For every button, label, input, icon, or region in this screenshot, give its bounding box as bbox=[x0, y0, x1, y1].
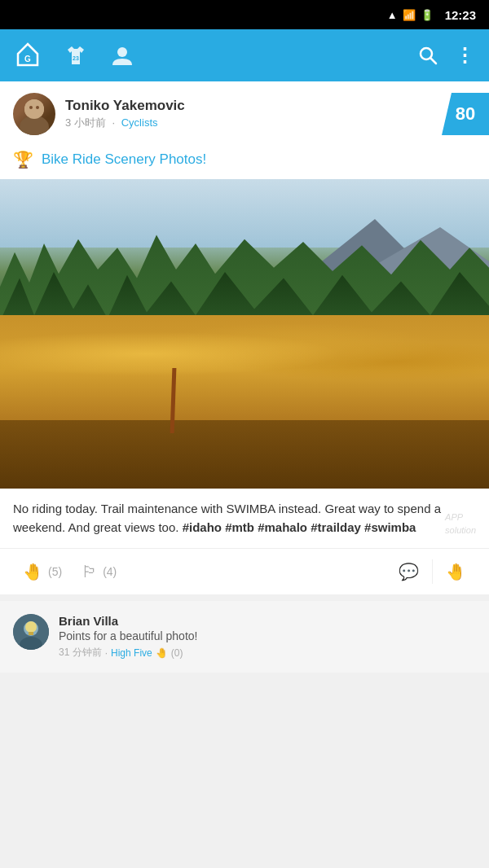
svg-text:G: G bbox=[24, 55, 31, 64]
jersey-icon[interactable]: 23 bbox=[64, 43, 88, 68]
search-icon[interactable] bbox=[417, 45, 438, 66]
more-icon[interactable]: ⋮ bbox=[455, 44, 474, 67]
status-icons: ▲ 📶 🔋 12:23 bbox=[387, 8, 476, 22]
action-divider bbox=[432, 559, 433, 584]
comment-section: Brian Villa Points for a beautiful photo… bbox=[0, 601, 489, 673]
comment-hand-count: (0) bbox=[171, 647, 183, 659]
battery-icon: 🔋 bbox=[421, 9, 434, 21]
status-bar: ▲ 📶 🔋 12:23 bbox=[0, 0, 489, 29]
author-avatar bbox=[13, 93, 55, 135]
bookmark-icon: 🏳 bbox=[82, 563, 98, 581]
svg-point-14 bbox=[25, 621, 37, 633]
post-title[interactable]: Bike Ride Scenery Photos! bbox=[42, 151, 206, 168]
svg-point-10 bbox=[36, 106, 39, 109]
high-five-action[interactable]: 🤚 (5) bbox=[13, 557, 72, 586]
post-author: Toniko Yakemovic bbox=[65, 98, 476, 114]
ground bbox=[0, 420, 489, 489]
post-header: Toniko Yakemovic 3 小时前 · Cyclists 80 bbox=[0, 81, 489, 147]
svg-point-8 bbox=[24, 99, 44, 119]
nav-left: G 23 bbox=[15, 42, 134, 68]
status-time: 12:23 bbox=[445, 8, 476, 22]
svg-text:23: 23 bbox=[73, 55, 79, 61]
post-group-link[interactable]: Cyclists bbox=[121, 116, 158, 129]
post-actions: 🤚 (5) 🏳 (4) 💬 🤚 bbox=[0, 548, 489, 594]
post-title-row: 🏆 Bike Ride Scenery Photos! bbox=[0, 147, 489, 179]
svg-point-3 bbox=[117, 47, 127, 57]
comment-hand-icon: 🤚 bbox=[156, 647, 168, 659]
profile-icon[interactable] bbox=[111, 44, 134, 67]
brush-details bbox=[0, 315, 489, 392]
signal-icon: 📶 bbox=[403, 9, 416, 21]
hand-icon-2: 🤚 bbox=[446, 562, 466, 581]
wifi-icon: ▲ bbox=[387, 9, 398, 21]
svg-rect-15 bbox=[29, 632, 33, 635]
watermark: APPsolution bbox=[445, 511, 476, 537]
high-five-action-2[interactable]: 🤚 bbox=[436, 557, 476, 586]
post-card: Toniko Yakemovic 3 小时前 · Cyclists 80 🏆 B… bbox=[0, 81, 489, 594]
nav-right: ⋮ bbox=[417, 44, 474, 67]
content-area: Toniko Yakemovic 3 小时前 · Cyclists 80 🏆 B… bbox=[0, 81, 489, 868]
comment-author: Brian Villa bbox=[59, 614, 476, 628]
comment-content: Brian Villa Points for a beautiful photo… bbox=[59, 614, 476, 660]
comment-text: Points for a beautiful photo! bbox=[59, 629, 476, 642]
comment-type[interactable]: High Five bbox=[111, 647, 152, 659]
nav-bar: G 23 ⋮ bbox=[0, 29, 489, 81]
high-five-count: (5) bbox=[48, 565, 62, 578]
svg-point-9 bbox=[29, 106, 33, 109]
comment-avatar bbox=[13, 614, 49, 650]
comment-icon: 💬 bbox=[399, 562, 419, 581]
post-timestamp: 3 小时前 · Cyclists bbox=[65, 116, 476, 130]
landscape-scene bbox=[0, 179, 489, 489]
trophy-icon: 🏆 bbox=[13, 150, 33, 169]
post-meta: Toniko Yakemovic 3 小时前 · Cyclists bbox=[65, 98, 476, 130]
comment-meta: 31 分钟前 · High Five 🤚 (0) bbox=[59, 646, 476, 660]
post-text: No riding today. Trail maintenance with … bbox=[0, 489, 489, 548]
svg-line-5 bbox=[430, 58, 436, 64]
bookmark-count: (4) bbox=[103, 565, 117, 578]
home-logo-icon[interactable]: G bbox=[15, 42, 41, 68]
post-image bbox=[0, 179, 489, 489]
bookmark-action[interactable]: 🏳 (4) bbox=[72, 558, 126, 586]
comment-timestamp: 31 分钟前 bbox=[59, 646, 102, 660]
comment-action[interactable]: 💬 bbox=[389, 557, 429, 586]
hand-icon: 🤚 bbox=[23, 562, 43, 581]
